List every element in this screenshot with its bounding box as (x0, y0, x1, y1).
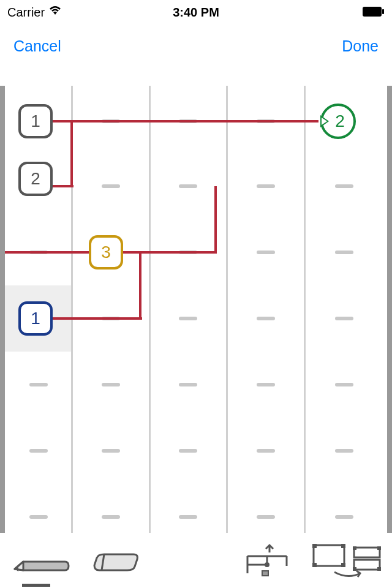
circuit-canvas[interactable]: 12312 (0, 86, 392, 533)
wire-segment (139, 252, 141, 320)
svg-rect-8 (341, 563, 345, 567)
circuit-node-n2[interactable]: 2 (18, 162, 53, 196)
svg-rect-4 (314, 545, 344, 566)
wire-segment (39, 120, 318, 123)
grid-row-tick (29, 449, 48, 453)
svg-rect-5 (312, 544, 317, 548)
svg-rect-7 (312, 563, 317, 567)
frames-tool-button[interactable] (310, 539, 383, 582)
grid-row-tick (335, 515, 353, 519)
wire-segment (70, 318, 73, 320)
status-right (363, 6, 385, 20)
grid-row-tick (257, 449, 275, 453)
circuit-node-n1[interactable]: 1 (18, 104, 53, 138)
svg-rect-9 (354, 548, 380, 557)
svg-rect-3 (262, 571, 268, 576)
circuit-node-n5[interactable]: 2 (320, 104, 356, 139)
grid-row-tick (257, 317, 275, 320)
grid-row-tick (179, 383, 197, 386)
grid-row-tick (179, 515, 197, 519)
wifi-icon (48, 6, 62, 20)
canvas-border-left (0, 86, 5, 533)
battery-icon (363, 6, 385, 20)
pencil-icon (9, 545, 70, 577)
grid-row-tick (257, 184, 275, 188)
grid-row-tick (29, 515, 48, 519)
svg-rect-12 (377, 546, 381, 550)
wire-segment (39, 317, 142, 320)
grid-row-tick (257, 251, 275, 254)
nav-bar: Cancel Done (0, 24, 392, 67)
status-left: Carrier (7, 6, 62, 20)
grid-row-tick (102, 383, 120, 386)
grid-column-line (304, 86, 306, 533)
status-time: 3:40 PM (173, 6, 219, 20)
tool-selection-indicator (22, 584, 50, 587)
svg-rect-14 (377, 567, 381, 571)
grid-row-tick (257, 383, 275, 386)
grid-row-tick (179, 449, 197, 453)
svg-point-2 (265, 562, 270, 567)
toolbar (0, 533, 392, 588)
grid-row-tick (335, 251, 353, 254)
status-bar: Carrier 3:40 PM (0, 0, 392, 24)
grid-row-tick (179, 317, 197, 320)
grid-column-line (149, 86, 151, 533)
grid-row-tick (335, 317, 353, 320)
circuit-node-n4[interactable]: 1 (18, 301, 53, 336)
eraser-icon (88, 545, 143, 577)
done-button[interactable]: Done (342, 37, 379, 55)
canvas-border-right (387, 86, 392, 533)
wire-segment (214, 186, 217, 254)
frames-icon (310, 541, 383, 580)
svg-rect-11 (353, 546, 356, 550)
eraser-tool-button[interactable] (88, 539, 143, 582)
grid-row-tick (102, 515, 120, 519)
svg-rect-1 (382, 9, 384, 14)
svg-rect-6 (341, 544, 345, 548)
svg-rect-10 (354, 560, 380, 570)
cancel-button[interactable]: Cancel (13, 37, 61, 55)
grid-row-tick (335, 449, 353, 453)
wire-segment (70, 121, 73, 186)
grid-row-tick (29, 383, 48, 386)
circuit-node-n3[interactable]: 3 (89, 235, 123, 270)
bracket-icon (243, 541, 292, 580)
grid-column-line (226, 86, 228, 533)
carrier-label: Carrier (7, 6, 45, 20)
node-label: 2 (335, 111, 345, 131)
svg-rect-13 (353, 567, 356, 571)
grid-row-tick (335, 184, 353, 188)
pencil-tool-button[interactable] (9, 539, 70, 582)
svg-rect-0 (363, 7, 382, 17)
grid-row-tick (179, 184, 197, 188)
grid-row-tick (335, 383, 353, 386)
grid-row-tick (102, 184, 120, 188)
grid-row-tick (102, 449, 120, 453)
grid-row-tick (257, 515, 275, 519)
bracket-tool-button[interactable] (243, 539, 292, 582)
